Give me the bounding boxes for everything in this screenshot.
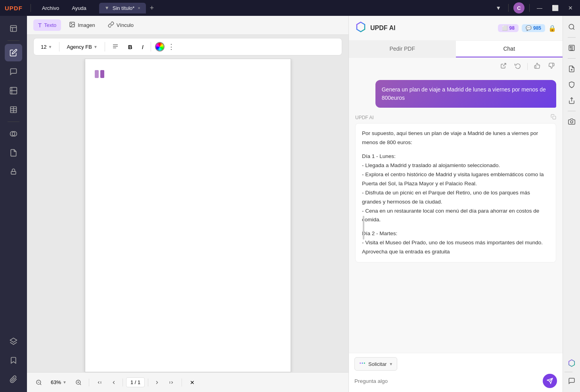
color-picker[interactable] xyxy=(155,42,165,51)
bottom-sep-3 xyxy=(148,379,148,386)
bottom-sep-2 xyxy=(123,379,123,386)
chat-input-field[interactable] xyxy=(354,377,540,386)
more-options-icon[interactable]: ⋮ xyxy=(168,42,175,51)
sidebar-icon-stamp[interactable] xyxy=(5,163,22,181)
ai-intro: Por supuesto, aquí tienes un plan de via… xyxy=(362,129,549,147)
zoom-chevron[interactable]: ▼ xyxy=(63,380,67,384)
refresh-button[interactable] xyxy=(513,61,523,72)
tool-texto-button[interactable]: T Texto xyxy=(33,19,61,31)
go-next-button[interactable] xyxy=(151,377,163,388)
blue-credit-value: 985 xyxy=(533,25,541,31)
svg-point-31 xyxy=(360,363,361,364)
svg-rect-30 xyxy=(553,116,556,119)
align-button[interactable] xyxy=(109,42,122,52)
copy-response-button[interactable] xyxy=(551,114,556,121)
open-external-button[interactable] xyxy=(499,61,508,72)
share-edge-icon[interactable] xyxy=(565,93,579,108)
bold-button[interactable]: B xyxy=(125,42,136,52)
zoom-out-button[interactable] xyxy=(33,377,44,388)
minimize-button[interactable]: — xyxy=(534,4,545,12)
mode-label: Solicitar xyxy=(368,361,387,367)
tool-vinculo-button[interactable]: Vínculo xyxy=(103,19,138,31)
ai-edge-icon[interactable] xyxy=(565,356,579,370)
vinculo-label: Vínculo xyxy=(117,22,134,28)
snapshot-edge-icon[interactable] xyxy=(565,114,579,129)
avatar-button[interactable]: C xyxy=(513,2,524,13)
close-edit-mode-button[interactable]: ✕ xyxy=(187,377,198,388)
lock-icon[interactable]: 🔒 xyxy=(548,25,556,32)
tab-add-button[interactable]: + xyxy=(147,4,157,12)
updf-logo: UPDF xyxy=(5,5,23,11)
input-row xyxy=(354,374,557,388)
dropdown-arrow[interactable]: ▼ xyxy=(493,4,503,12)
zoom-value-selector[interactable]: 63% ▼ xyxy=(48,378,70,387)
tab-sin-titulo[interactable]: ▼ Sin título* × xyxy=(99,3,146,13)
scrollbar-thumb xyxy=(363,216,364,240)
font-size-chevron[interactable]: ▼ xyxy=(48,45,52,49)
thumbs-down-button[interactable] xyxy=(547,61,556,72)
comments-panel-edge-icon[interactable] xyxy=(565,374,579,388)
edge-bottom xyxy=(565,356,579,388)
svg-line-23 xyxy=(80,384,81,385)
imagen-label: Imagen xyxy=(78,22,95,28)
go-prev-button[interactable] xyxy=(108,377,119,388)
sidebar-icon-layers[interactable] xyxy=(5,333,22,350)
input-top-row: Solicitar ▼ xyxy=(354,357,557,371)
font-chevron[interactable]: ▼ xyxy=(94,45,98,49)
tab-area: ▼ Sin título* × + xyxy=(99,3,290,13)
window-controls: ▼ C — ⬜ ✕ xyxy=(493,2,575,13)
chat-area[interactable]: Genera un plan de viaje a Madrid de lune… xyxy=(349,74,563,353)
tab-dropdown-icon[interactable]: ▼ xyxy=(105,5,109,11)
page-display[interactable]: 1 / 1 xyxy=(126,377,145,387)
sidebar-icon-bookmark[interactable] xyxy=(5,352,22,369)
sidebar-bottom xyxy=(5,333,22,388)
blue-credit-icon: 💬 xyxy=(526,25,532,31)
tool-imagen-button[interactable]: Imagen xyxy=(64,19,100,31)
search-edge-icon[interactable] xyxy=(565,20,579,34)
go-first-button[interactable] xyxy=(94,377,105,388)
link-tool-icon xyxy=(108,21,114,29)
close-button[interactable]: ✕ xyxy=(566,4,575,12)
ai-day1-line2: - Explora el centro histórico de Madrid … xyxy=(362,170,549,188)
font-size-value: 12 xyxy=(41,44,46,50)
ocr-edge-icon[interactable] xyxy=(565,41,579,55)
mode-chevron[interactable]: ▼ xyxy=(389,362,393,366)
fmt-sep-2 xyxy=(105,42,105,51)
sidebar-icon-edit[interactable] xyxy=(5,44,22,61)
sidebar-icon-organize[interactable] xyxy=(5,82,22,99)
maximize-button[interactable]: ⬜ xyxy=(549,4,561,12)
content-area: T Texto Imagen Vínculo 12 ▼ xyxy=(27,16,348,392)
thumbs-up-button[interactable] xyxy=(532,61,542,72)
convert-edge-icon[interactable] xyxy=(565,62,579,76)
ai-response-header: UPDF AI xyxy=(355,114,556,121)
sidebar-icon-compare[interactable] xyxy=(5,125,22,143)
svg-point-36 xyxy=(569,24,574,29)
font-name-selector[interactable]: Agency FB ▼ xyxy=(63,42,101,51)
tab-title: Sin título* xyxy=(113,5,135,11)
send-button[interactable] xyxy=(543,374,557,388)
pdf-canvas[interactable] xyxy=(85,59,291,372)
purple-credit-icon: ⬜ xyxy=(502,25,508,31)
menu-ayuda[interactable]: Ayuda xyxy=(69,4,90,13)
sidebar-icon-table[interactable] xyxy=(5,101,22,118)
mode-selector[interactable]: Solicitar ▼ xyxy=(354,357,397,371)
zoom-in-button[interactable] xyxy=(73,377,84,388)
menu-archivo[interactable]: Archivo xyxy=(39,4,62,13)
protect-edge-icon[interactable] xyxy=(565,78,579,92)
mode-dots-icon xyxy=(359,360,366,368)
ai-day1-line1: - Llegada a Madrid y traslado al alojami… xyxy=(362,161,549,170)
sidebar-icon-comment[interactable] xyxy=(5,63,22,80)
sidebar-icon-extract[interactable] xyxy=(5,144,22,162)
ai-logo-icon xyxy=(355,21,366,35)
svg-line-29 xyxy=(503,63,506,66)
text-tool-icon: T xyxy=(38,22,42,29)
sidebar-icon-paperclip[interactable] xyxy=(5,371,22,388)
sidebar-icon-read[interactable] xyxy=(5,20,22,37)
tab-pedir-pdf[interactable]: Pedir PDF xyxy=(349,41,456,57)
font-size-selector[interactable]: 12 ▼ xyxy=(38,42,55,51)
italic-button[interactable]: I xyxy=(139,42,147,52)
tab-close-icon[interactable]: × xyxy=(138,6,140,10)
tab-chat[interactable]: Chat xyxy=(456,41,563,57)
ai-tabs: Pedir PDF Chat xyxy=(349,41,563,58)
go-last-button[interactable] xyxy=(166,377,177,388)
